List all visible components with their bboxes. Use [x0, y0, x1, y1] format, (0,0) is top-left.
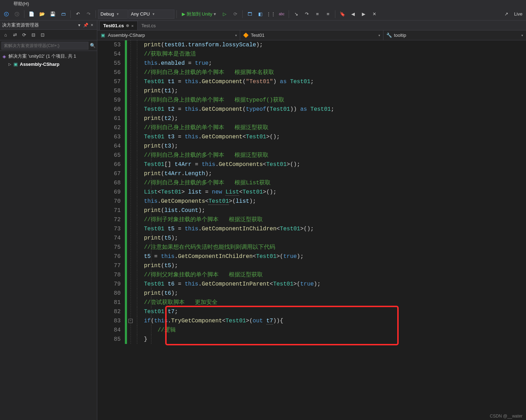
solution-toolbar: ⌂ ⇄ ⟳ ⊟ ⊡ — [0, 30, 97, 40]
step-into-button[interactable]: ↘ — [291, 9, 301, 19]
platform-selector[interactable]: Any CPU▼ — [128, 10, 174, 19]
collapse-icon[interactable]: ⊡ — [38, 31, 47, 39]
new-item-button[interactable]: 📄 — [27, 9, 36, 19]
separator — [335, 10, 335, 18]
attach-unity-button[interactable]: ▶附加到 Unity▾ — [179, 10, 219, 19]
search-row: 🔍 — [0, 40, 97, 51]
panel-title-label: 决方案资源管理器 — [2, 22, 39, 28]
uncomment-button[interactable]: ≡ — [323, 9, 333, 19]
save-button[interactable]: 💾 — [48, 9, 58, 19]
fold-button[interactable]: − — [128, 319, 133, 323]
csharp-project-icon: ▣ — [13, 61, 18, 67]
tab-label: Test.cs — [141, 23, 156, 28]
solution-explorer-panel: 决方案资源管理器 ▾ 📌 × ⌂ ⇄ ⟳ ⊟ ⊡ 🔍 ◈ 解决方案 'unity… — [0, 21, 97, 420]
separator — [24, 10, 24, 18]
separator — [177, 10, 177, 18]
clear-bookmarks-button[interactable]: ✕ — [369, 9, 379, 19]
nav-back-button[interactable] — [1, 9, 11, 19]
class-selector[interactable]: 🔶 Test01 ▾ — [240, 30, 383, 40]
home-icon[interactable]: ⌂ — [1, 31, 10, 39]
separator — [242, 10, 243, 18]
open-folder-button[interactable]: 📂 — [37, 9, 47, 19]
undo-button[interactable]: ↶ — [73, 9, 83, 19]
solution-label: 解决方案 'unity02' (1 个项目, 共 1 — [8, 53, 76, 59]
start-without-debug-button[interactable]: ▷ — [220, 9, 230, 19]
tab-test01[interactable]: Test01.cs ⊕ × — [99, 21, 138, 30]
solution-tree: ◈ 解决方案 'unity02' (1 个项目, 共 1 ▷ ▣ Assembl… — [0, 51, 97, 69]
separator — [289, 10, 289, 18]
outline-button[interactable]: ⋮⋮ — [266, 9, 276, 19]
watermark: CSDN @__water — [490, 414, 522, 419]
panel-dropdown-icon[interactable]: ▾ — [76, 22, 82, 28]
next-bookmark-button[interactable]: ▶ — [359, 9, 369, 19]
separator — [96, 10, 96, 18]
code-editor[interactable]: 5354555657585960616263646566676869707172… — [97, 40, 526, 420]
search-icon[interactable]: 🔍 — [90, 43, 96, 48]
navigation-bar: ▣ Assembly-CSharp ▾ 🔶 Test01 ▾ 🔧 tooltip… — [97, 30, 526, 40]
method-icon: 🔧 — [386, 33, 392, 38]
csharp-icon: ▣ — [100, 33, 106, 38]
config-selector[interactable]: Debug▼ — [98, 10, 128, 19]
code-content[interactable]: print(test01.transform.lossyScale);//获取脚… — [134, 40, 526, 344]
class-label: Test01 — [251, 33, 264, 38]
attach-label: 附加到 Unity — [187, 11, 212, 17]
chevron-right-icon: ▷ — [8, 62, 11, 66]
search-input[interactable] — [1, 42, 88, 50]
svg-point-1 — [15, 12, 19, 16]
bookmark-button[interactable]: 🔖 — [337, 9, 347, 19]
project-label: Assembly-CSharp — [20, 62, 59, 67]
editor-tabs: Test01.cs ⊕ × Test.cs — [97, 21, 526, 30]
assembly-selector[interactable]: ▣ Assembly-CSharp ▾ — [97, 30, 240, 40]
close-icon[interactable]: × — [89, 22, 95, 28]
menu-bar[interactable]: 帮助(H) — [0, 0, 526, 8]
menu-help[interactable]: 帮助(H) — [13, 1, 29, 7]
line-gutter: 5354555657585960616263646566676869707172… — [97, 40, 125, 344]
refresh-button[interactable]: ⟳ — [230, 9, 240, 19]
tab-label: Test01.cs — [103, 23, 124, 28]
redo-button[interactable]: ↷ — [83, 9, 93, 19]
fold-column[interactable]: − — [127, 40, 134, 344]
tab-test[interactable]: Test.cs — [138, 21, 160, 30]
filter-icon[interactable]: ⊟ — [29, 31, 37, 39]
panel-title-bar: 决方案资源管理器 ▾ 📌 × — [0, 21, 97, 30]
abc-button[interactable]: abc — [277, 9, 287, 19]
save-all-button[interactable]: 🗃 — [58, 9, 68, 19]
sync-icon[interactable]: ⇄ — [11, 31, 19, 39]
live-label[interactable]: Live — [512, 11, 525, 17]
step-over-button[interactable]: ↷ — [302, 9, 312, 19]
config-label: Debug — [100, 11, 114, 17]
refresh-icon[interactable]: ⟳ — [20, 31, 28, 39]
solution-node[interactable]: ◈ 解决方案 'unity02' (1 个项目, 共 1 — [0, 52, 97, 60]
platform-label: Any CPU — [131, 11, 150, 17]
pin-icon[interactable]: 📌 — [83, 22, 88, 28]
close-icon[interactable]: × — [131, 24, 133, 28]
main-toolbar: 📄 📂 💾 🗃 ↶ ↷ Debug▼ Any CPU▼ ▶附加到 Unity▾ … — [0, 8, 526, 21]
assembly-label: Assembly-CSharp — [108, 33, 145, 38]
editor-area: Test01.cs ⊕ × Test.cs ▣ Assembly-CSharp … — [97, 21, 526, 420]
project-node[interactable]: ▷ ▣ Assembly-CSharp — [0, 60, 97, 68]
prev-bookmark-button[interactable]: ◀ — [348, 9, 358, 19]
nav-forward-button[interactable] — [12, 9, 22, 19]
browser-button[interactable]: 🗔 — [245, 9, 255, 19]
svg-point-0 — [4, 12, 8, 16]
dock-button[interactable]: ◧ — [255, 9, 265, 19]
solution-icon: ◈ — [1, 53, 7, 59]
share-button[interactable]: ↗ — [501, 9, 511, 19]
comment-button[interactable]: ≡ — [312, 9, 322, 19]
pin-icon[interactable]: ⊕ — [126, 23, 129, 28]
member-label: tooltip — [394, 33, 406, 38]
member-selector[interactable]: 🔧 tooltip ▾ — [383, 30, 526, 40]
separator — [70, 10, 71, 18]
class-icon: 🔶 — [243, 33, 249, 38]
